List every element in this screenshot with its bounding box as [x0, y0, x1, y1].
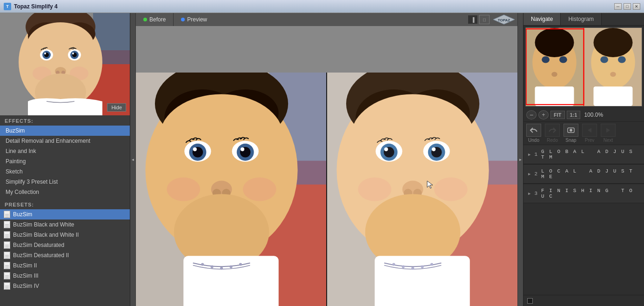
effect-collection[interactable]: My Collection — [0, 187, 130, 197]
global-adj-label: G L O B A L A D J U S T M — [541, 149, 639, 160]
preset-buzsim[interactable]: BuzSim — [0, 209, 130, 220]
snap-label: Snap — [565, 138, 576, 143]
zoom-level: 100.0% — [584, 112, 603, 118]
nav-hist-tabs: Navigate Histogram — [523, 13, 644, 26]
zoom-in-button[interactable]: + — [538, 110, 549, 120]
before-tab[interactable]: Before — [136, 13, 174, 26]
adj-number-3: 3 — [534, 191, 538, 196]
preset-iv[interactable]: BuzSim IV — [0, 281, 130, 291]
snap-button[interactable]: Snap — [564, 124, 578, 143]
svg-point-86 — [551, 72, 557, 77]
effect-detail-removal[interactable]: Detail Removal and Enhancement — [0, 136, 130, 146]
preset-icon — [4, 231, 10, 239]
svg-point-48 — [211, 266, 214, 268]
adj-number-1: 1 — [534, 152, 538, 157]
svg-point-72 — [434, 177, 468, 201]
effect-simplify3[interactable]: Simplify 3 Preset List — [0, 177, 130, 187]
undo-label: Undo — [528, 138, 539, 143]
split-view-button[interactable]: ▐ — [468, 15, 478, 24]
finishing-label: F I N I S H I N G T O U C — [541, 188, 639, 199]
navigate-tab[interactable]: Navigate — [523, 13, 561, 25]
preset-label: BuzSim II — [13, 262, 37, 269]
preset-desat2[interactable]: BuzSim Desaturated II — [0, 250, 130, 260]
effect-line-ink[interactable]: Line and Ink — [0, 146, 130, 156]
bottom-checkbox[interactable] — [527, 298, 533, 304]
preview-dot — [181, 18, 185, 21]
preset-ii[interactable]: BuzSim II — [0, 260, 130, 271]
preset-label: BuzSim Desaturated II — [13, 252, 69, 259]
preset-bw2[interactable]: BuzSim Black and White II — [0, 230, 130, 240]
maximize-button[interactable]: □ — [624, 3, 631, 10]
svg-point-50 — [229, 266, 232, 268]
preset-iii[interactable]: BuzSim III — [0, 271, 130, 281]
zoom-fit-button[interactable]: FIT — [550, 111, 565, 119]
svg-point-91 — [610, 72, 616, 77]
svg-point-67 — [432, 147, 436, 151]
svg-rect-93 — [594, 86, 633, 106]
presets-list: BuzSim BuzSim Black and White BuzSim Bla… — [0, 209, 130, 306]
expand-icon: ▶ — [528, 172, 531, 177]
expand-icon: ▶ — [528, 191, 531, 196]
svg-point-47 — [201, 263, 204, 266]
close-button[interactable]: ✕ — [633, 3, 640, 10]
effect-painting[interactable]: Painting — [0, 156, 130, 166]
zoom-controls: − + FIT 1:1 100.0% — [523, 108, 644, 122]
prev-label: Prev — [585, 138, 595, 143]
local-adj-label: L O C A L A D J U S T M E — [541, 168, 639, 180]
preview-header: Before Preview ▐ □ TOPAZ — [136, 13, 517, 26]
preset-icon — [4, 211, 10, 218]
single-view-button[interactable]: □ — [479, 15, 490, 24]
zoom-100-button[interactable]: 1:1 — [567, 111, 581, 119]
undo-button[interactable]: Undo — [526, 124, 541, 143]
navigate-image — [525, 27, 642, 106]
minimize-button[interactable]: ─ — [614, 3, 622, 10]
preset-label: BuzSim Black and White — [13, 221, 74, 228]
hide-button[interactable]: Hide — [107, 103, 126, 112]
next-label: Next — [604, 138, 613, 143]
topaz-logo: TOPAZ — [492, 14, 516, 25]
svg-point-49 — [220, 267, 223, 270]
zoom-out-button[interactable]: − — [526, 110, 537, 120]
svg-point-38 — [193, 147, 197, 151]
redo-icon — [545, 124, 560, 137]
svg-point-7 — [27, 22, 94, 69]
svg-point-43 — [167, 177, 200, 201]
next-icon — [601, 124, 616, 137]
app-icon: T — [4, 3, 11, 10]
before-label: Before — [149, 16, 166, 23]
effect-sketch[interactable]: Sketch — [0, 166, 130, 177]
effect-buzsim[interactable]: BuzSim — [0, 126, 130, 136]
preview-tab[interactable]: Preview — [174, 13, 215, 26]
presets-section: PRESETS: BuzSim BuzSim Black and White B… — [0, 199, 130, 306]
svg-point-44 — [243, 177, 276, 201]
svg-point-75 — [392, 263, 395, 266]
effects-list: BuzSim Detail Removal and Enhancement Li… — [0, 126, 130, 199]
collapse-left-panel[interactable]: ◄ — [130, 13, 136, 306]
histogram-tab[interactable]: Histogram — [561, 13, 602, 25]
preview-area: Before Preview ▐ □ TOPAZ — [136, 13, 517, 306]
prev-button[interactable]: Prev — [582, 124, 597, 143]
svg-point-83 — [535, 28, 574, 57]
svg-rect-92 — [535, 86, 574, 106]
collapse-right-panel[interactable]: ► — [517, 13, 523, 306]
preset-icon — [4, 282, 10, 290]
before-dot — [143, 18, 147, 21]
adj-number-2: 2 — [534, 171, 538, 177]
preset-bw[interactable]: BuzSim Black and White — [0, 220, 130, 230]
local-adjustments-header[interactable]: ▶ 2 L O C A L A D J U S T M E — [523, 164, 644, 184]
expand-icon: ▶ — [528, 152, 531, 157]
title-bar: T Topaz Simplify 4 ─ □ ✕ — [0, 0, 644, 13]
svg-point-88 — [594, 28, 633, 57]
global-adjustments-header[interactable]: ▶ 1 G L O B A L A D J U S T M — [523, 145, 644, 164]
next-button[interactable]: Next — [601, 124, 616, 143]
redo-button[interactable]: Redo — [545, 124, 560, 143]
finishing-touches-header[interactable]: ▶ 3 F I N I S H I N G T O U C — [523, 184, 644, 203]
svg-point-77 — [411, 267, 414, 270]
preset-icon — [4, 272, 10, 279]
svg-text:TOPAZ: TOPAZ — [498, 18, 510, 22]
preset-icon — [4, 262, 10, 269]
preset-desat[interactable]: BuzSim Desaturated — [0, 240, 130, 250]
left-panel: Hide EFFECTS: BuzSim Detail Removal and … — [0, 13, 130, 306]
adjustment-panels: ▶ 1 G L O B A L A D J U S T M ▶ 2 L O C … — [523, 145, 644, 295]
redo-label: Redo — [547, 138, 558, 143]
